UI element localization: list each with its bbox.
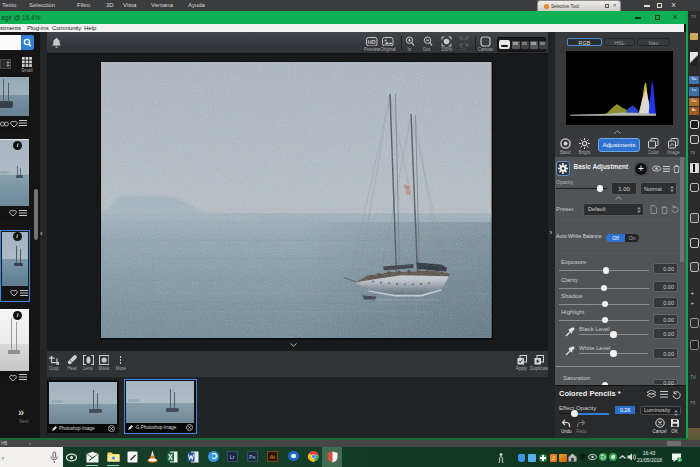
svg-text:HD: HD bbox=[368, 39, 376, 45]
